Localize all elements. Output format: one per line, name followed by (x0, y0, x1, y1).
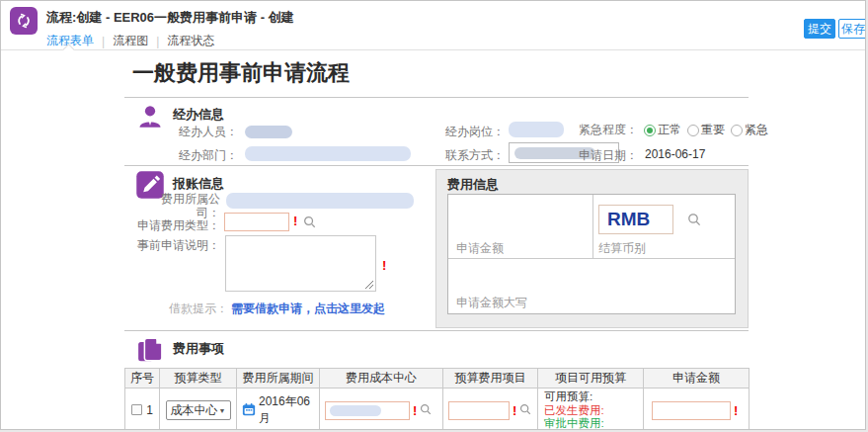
divider (124, 97, 749, 98)
radio-important-label[interactable]: 重要 (701, 122, 725, 138)
handler-value-redacted (245, 126, 292, 138)
department-value-redacted (245, 146, 411, 161)
divider (448, 258, 735, 259)
col-budget-type: 预算类型 (160, 369, 237, 389)
currency-input[interactable]: RMB (598, 205, 673, 234)
expense-info-box: RMB 申请金额 结算币别 申请金额大写 (447, 194, 736, 314)
calendar-icon[interactable] (242, 402, 256, 419)
date-label: 申请日期： (579, 147, 644, 164)
radio-urgent[interactable] (731, 125, 743, 136)
save-button[interactable]: 保存 (838, 19, 866, 39)
expense-info-title: 费用信息 (447, 176, 499, 194)
expense-type-input[interactable] (224, 213, 289, 231)
col-index: 序号 (125, 369, 160, 389)
cost-center-input[interactable] (325, 401, 410, 420)
col-period: 费用所属期间 (237, 369, 320, 389)
required-mark: ! (734, 403, 738, 418)
tab-process-diagram[interactable]: 流程图 (113, 33, 148, 49)
search-icon[interactable] (420, 403, 432, 418)
loan-tip-label: 借款提示： (159, 301, 228, 317)
tab-process-status[interactable]: 流程状态 (167, 33, 214, 49)
col-cost-center: 费用成本中心 (320, 369, 443, 389)
col-amount: 申请金额 (644, 369, 750, 389)
app-window: 流程:创建 - EER06一般费用事前申请 - 创建 流程表单 | 流程图 | … (0, 0, 866, 430)
date-value: 2016-06-17 (645, 147, 705, 161)
search-icon[interactable] (687, 213, 701, 229)
description-label: 事前申请说明： (133, 237, 220, 254)
table-header-row: 序号 预算类型 费用所属期间 费用成本中心 预算费用项目 项目可用预算 申请金额 (125, 369, 750, 389)
required-mark: ! (513, 403, 516, 418)
department-label: 经办部门： (159, 147, 238, 164)
description-textarea[interactable] (225, 235, 376, 292)
resize-handle-icon[interactable] (364, 280, 374, 290)
occurred-expense-line: 已发生费用: (544, 404, 637, 418)
company-value-redacted (226, 193, 414, 209)
expense-items-table: 序号 预算类型 费用所属期间 费用成本中心 预算费用项目 项目可用预算 申请金额… (124, 368, 750, 430)
radio-normal[interactable] (644, 125, 656, 136)
amount-caps-label: 申请金额大写 (456, 295, 527, 311)
loan-request-link[interactable]: 需要借款申请，点击这里发起 (231, 301, 385, 317)
available-budget-line: 可用预算: (544, 390, 637, 404)
search-icon[interactable] (303, 216, 316, 231)
expense-type-label: 申请费用类型： (133, 217, 220, 234)
budget-type-select[interactable]: 成本中心 ▼ (166, 400, 231, 420)
window-title: 流程:创建 - EER06一般费用事前申请 - 创建 (46, 9, 294, 27)
radio-urgent-label[interactable]: 紧急 (745, 122, 768, 138)
billing-section-title: 报账信息 (173, 175, 224, 193)
approving-expense-line: 审批中费用: (544, 417, 637, 430)
position-label: 经办岗位： (426, 124, 505, 140)
handler-label: 经办人员： (159, 124, 238, 140)
urgency-field: 紧急程度： 正常 重要 紧急 (579, 122, 768, 138)
budget-summary: 可用预算: 已发生费用: 审批中费用: (538, 389, 643, 430)
position-value-redacted (509, 122, 564, 137)
col-available-budget: 项目可用预算 (538, 369, 644, 389)
required-mark: ! (413, 403, 417, 418)
required-mark: ! (382, 258, 386, 273)
radio-important[interactable] (687, 125, 699, 136)
process-logo-icon (10, 7, 38, 35)
row-index: 1 (146, 403, 153, 417)
currency-label: 结算币别 (598, 240, 646, 257)
urgency-label: 紧急程度： (579, 122, 638, 138)
required-mark: ! (293, 214, 297, 228)
company-label: 费用所属公司： (155, 192, 220, 219)
divider (124, 330, 749, 331)
contact-label: 联系方式： (426, 147, 505, 164)
amount-input[interactable] (652, 401, 731, 420)
period-value: 2016年06月 (259, 393, 319, 427)
col-budget-item: 预算费用项目 (443, 369, 538, 389)
page-title: 一般费用事前申请流程 (132, 58, 350, 88)
radio-normal-label[interactable]: 正常 (658, 122, 681, 138)
search-icon[interactable] (519, 403, 531, 418)
app-header: 流程:创建 - EER06一般费用事前申请 - 创建 流程表单 | 流程图 | … (1, 1, 865, 50)
amount-label: 申请金额 (456, 240, 504, 257)
items-section-title: 费用事项 (173, 340, 224, 358)
budget-item-input[interactable] (448, 401, 510, 420)
table-row: 1 成本中心 ▼ (125, 389, 750, 431)
documents-icon (135, 335, 165, 365)
submit-button[interactable]: 提交 (804, 19, 835, 39)
divider (592, 195, 593, 258)
chevron-down-icon: ▼ (219, 407, 226, 414)
cost-center-value-redacted (330, 405, 381, 416)
expense-info-panel: 费用信息 RMB 申请金额 结算币别 申请金额大写 (435, 169, 749, 328)
handler-section-title: 经办信息 (173, 106, 224, 124)
row-checkbox[interactable] (131, 404, 142, 415)
divider (124, 165, 749, 166)
